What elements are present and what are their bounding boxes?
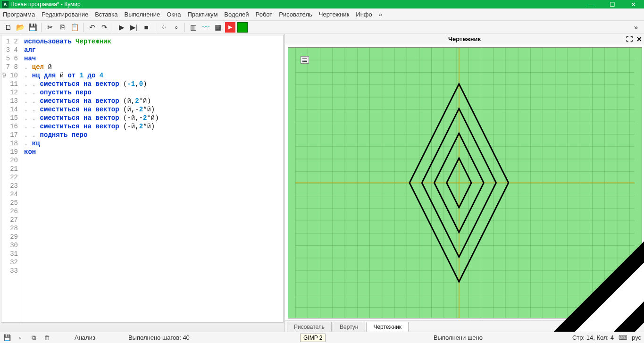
canvas-pane: Чертежник ⛶ ✕ bbox=[285, 34, 644, 332]
window-titlebar: K Новая программа* - Кумир — ☐ ✕ bbox=[0, 0, 644, 8]
menu-practicum[interactable]: Практикум bbox=[187, 11, 217, 18]
toolbar-more-icon[interactable]: » bbox=[631, 22, 641, 33]
menu-run[interactable]: Выполнение bbox=[124, 11, 160, 18]
separator bbox=[155, 23, 155, 32]
app-logo-icon: K bbox=[2, 1, 8, 8]
canvas-title: Чертежник bbox=[448, 35, 481, 42]
status-copy-icon[interactable]: ⧉ bbox=[29, 334, 38, 342]
menu-insert[interactable]: Вставка bbox=[95, 11, 117, 18]
menu-info[interactable]: Инфо bbox=[356, 11, 372, 18]
panel5-icon[interactable] bbox=[237, 22, 248, 33]
tool1-icon[interactable]: ⁘ bbox=[159, 22, 169, 33]
menu-windows[interactable]: Окна bbox=[167, 11, 181, 18]
canvas-expand-icon[interactable]: ⛶ bbox=[626, 35, 633, 43]
run-icon[interactable]: ▶ bbox=[117, 22, 127, 33]
tab-painter[interactable]: Рисователь bbox=[287, 322, 332, 332]
paste-icon[interactable]: 📋 bbox=[69, 22, 80, 33]
menu-robot[interactable]: Робот bbox=[256, 11, 273, 18]
canvas-menu-icon[interactable] bbox=[301, 56, 309, 64]
separator bbox=[184, 23, 185, 32]
menu-more[interactable]: » bbox=[379, 11, 382, 18]
tab-vertun[interactable]: Вертун bbox=[333, 322, 365, 332]
status-tool1-icon[interactable]: ▫ bbox=[16, 334, 25, 342]
separator bbox=[41, 23, 42, 32]
separator bbox=[83, 23, 84, 32]
panel4-icon[interactable]: ▶ bbox=[225, 22, 235, 33]
menu-program[interactable]: Программа bbox=[3, 11, 35, 18]
panel3-icon[interactable]: ▦ bbox=[213, 22, 223, 33]
copy-icon[interactable]: ⎘ bbox=[57, 22, 67, 33]
status-done: Выполнени шено bbox=[434, 334, 483, 341]
editor-pane: 1 2 3 4 5 6 7 8 9 10 11 12 13 14 15 16 1… bbox=[0, 34, 285, 332]
new-file-icon[interactable]: 🗋 bbox=[3, 22, 13, 33]
status-analysis: Анализ bbox=[75, 334, 95, 341]
svg-marker-52 bbox=[477, 239, 644, 332]
status-cursor-pos: Стр: 14, Кол: 4 bbox=[572, 334, 614, 341]
minimize-button[interactable]: — bbox=[580, 0, 602, 8]
save-file-icon[interactable]: 💾 bbox=[27, 22, 38, 33]
open-file-icon[interactable]: 📂 bbox=[15, 22, 25, 33]
canvas-close-icon[interactable]: ✕ bbox=[636, 35, 642, 43]
editor-hscroll[interactable] bbox=[0, 324, 284, 332]
status-save-icon[interactable]: 💾 bbox=[3, 334, 11, 342]
keyboard-icon[interactable]: ⌨ bbox=[619, 334, 627, 342]
step-icon[interactable]: ▶| bbox=[129, 22, 139, 33]
menu-drafter[interactable]: Чертежник bbox=[319, 11, 350, 18]
undo-icon[interactable]: ↶ bbox=[87, 22, 97, 33]
cut-icon[interactable]: ✂ bbox=[45, 22, 55, 33]
canvas-header: Чертежник ⛶ ✕ bbox=[285, 34, 644, 44]
line-gutter: 1 2 3 4 5 6 7 8 9 10 11 12 13 14 15 16 1… bbox=[1, 35, 21, 322]
code-content[interactable]: использовать Чертежник алг нач . цел й .… bbox=[21, 35, 283, 322]
drawing-canvas[interactable] bbox=[288, 47, 642, 318]
close-button[interactable]: ✕ bbox=[623, 0, 644, 8]
menu-edit[interactable]: Редактирование bbox=[42, 11, 88, 18]
separator bbox=[113, 23, 113, 32]
window-title: Новая программа* - Кумир bbox=[10, 1, 81, 8]
menubar: Программа Редактирование Вставка Выполне… bbox=[0, 8, 644, 21]
gimp-tooltip: GIMP 2 bbox=[300, 334, 326, 342]
status-steps: Выполнено шагов: 40 bbox=[128, 334, 190, 341]
tab-drafter[interactable]: Чертежник bbox=[366, 322, 409, 332]
status-delete-icon[interactable]: 🗑 bbox=[42, 334, 51, 342]
menu-painter[interactable]: Рисователь bbox=[279, 11, 312, 18]
pen-cursor-icon bbox=[405, 179, 644, 332]
toolbar: 🗋 📂 💾 ✂ ⎘ 📋 ↶ ↷ ▶ ▶| ■ ⁘ ∘ ▥ 〰 ▦ ▶ » bbox=[0, 21, 644, 34]
panel1-icon[interactable]: ▥ bbox=[188, 22, 199, 33]
maximize-button[interactable]: ☐ bbox=[602, 0, 623, 8]
tool2-icon[interactable]: ∘ bbox=[171, 22, 181, 33]
status-lang: рус bbox=[632, 334, 641, 341]
redo-icon[interactable]: ↷ bbox=[99, 22, 109, 33]
code-editor[interactable]: 1 2 3 4 5 6 7 8 9 10 11 12 13 14 15 16 1… bbox=[1, 35, 284, 323]
menu-vodoley[interactable]: Водолей bbox=[224, 11, 249, 18]
stop-icon[interactable]: ■ bbox=[141, 22, 151, 33]
panel2-icon[interactable]: 〰 bbox=[201, 22, 211, 33]
